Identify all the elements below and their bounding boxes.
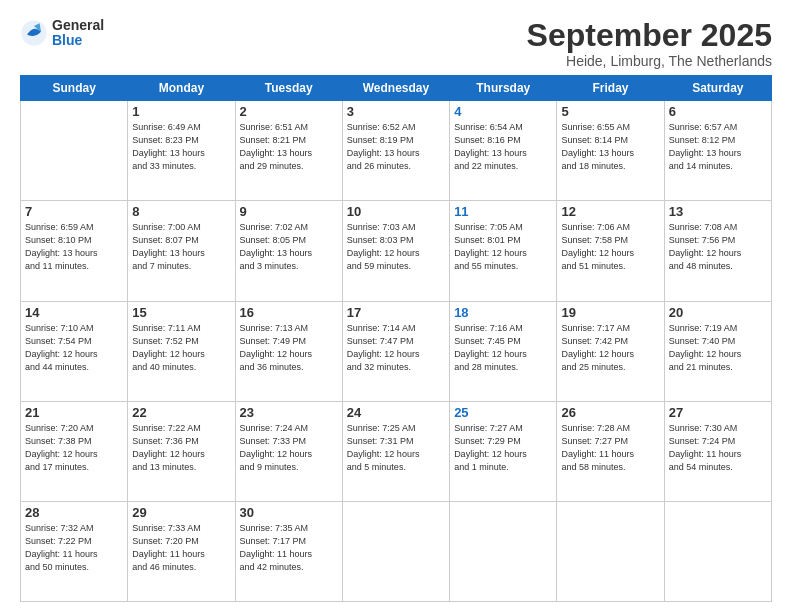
- day-number: 14: [25, 305, 123, 320]
- day-number: 17: [347, 305, 445, 320]
- day-number: 15: [132, 305, 230, 320]
- day-info: Sunrise: 6:51 AM Sunset: 8:21 PM Dayligh…: [240, 121, 338, 173]
- day-info: Sunrise: 7:16 AM Sunset: 7:45 PM Dayligh…: [454, 322, 552, 374]
- calendar-cell: 4Sunrise: 6:54 AM Sunset: 8:16 PM Daylig…: [450, 101, 557, 201]
- day-info: Sunrise: 7:30 AM Sunset: 7:24 PM Dayligh…: [669, 422, 767, 474]
- day-info: Sunrise: 7:24 AM Sunset: 7:33 PM Dayligh…: [240, 422, 338, 474]
- day-info: Sunrise: 7:19 AM Sunset: 7:40 PM Dayligh…: [669, 322, 767, 374]
- logo-text: General Blue: [52, 18, 104, 49]
- day-number: 27: [669, 405, 767, 420]
- calendar-cell: 13Sunrise: 7:08 AM Sunset: 7:56 PM Dayli…: [664, 201, 771, 301]
- day-info: Sunrise: 7:33 AM Sunset: 7:20 PM Dayligh…: [132, 522, 230, 574]
- day-number: 22: [132, 405, 230, 420]
- day-info: Sunrise: 6:59 AM Sunset: 8:10 PM Dayligh…: [25, 221, 123, 273]
- day-number: 1: [132, 104, 230, 119]
- logo-blue-label: Blue: [52, 33, 104, 48]
- calendar-cell: 26Sunrise: 7:28 AM Sunset: 7:27 PM Dayli…: [557, 401, 664, 501]
- calendar-cell: [342, 501, 449, 601]
- day-info: Sunrise: 6:57 AM Sunset: 8:12 PM Dayligh…: [669, 121, 767, 173]
- week-row-1: 1Sunrise: 6:49 AM Sunset: 8:23 PM Daylig…: [21, 101, 772, 201]
- day-number: 23: [240, 405, 338, 420]
- calendar-cell: 21Sunrise: 7:20 AM Sunset: 7:38 PM Dayli…: [21, 401, 128, 501]
- calendar-cell: 28Sunrise: 7:32 AM Sunset: 7:22 PM Dayli…: [21, 501, 128, 601]
- calendar-cell: 5Sunrise: 6:55 AM Sunset: 8:14 PM Daylig…: [557, 101, 664, 201]
- day-number: 8: [132, 204, 230, 219]
- day-number: 6: [669, 104, 767, 119]
- header: General Blue September 2025 Heide, Limbu…: [20, 18, 772, 69]
- day-info: Sunrise: 7:17 AM Sunset: 7:42 PM Dayligh…: [561, 322, 659, 374]
- location: Heide, Limburg, The Netherlands: [527, 53, 772, 69]
- week-row-5: 28Sunrise: 7:32 AM Sunset: 7:22 PM Dayli…: [21, 501, 772, 601]
- month-title: September 2025: [527, 18, 772, 53]
- calendar-cell: 22Sunrise: 7:22 AM Sunset: 7:36 PM Dayli…: [128, 401, 235, 501]
- calendar-cell: 24Sunrise: 7:25 AM Sunset: 7:31 PM Dayli…: [342, 401, 449, 501]
- calendar-table: Sunday Monday Tuesday Wednesday Thursday…: [20, 75, 772, 602]
- calendar-cell: 30Sunrise: 7:35 AM Sunset: 7:17 PM Dayli…: [235, 501, 342, 601]
- day-info: Sunrise: 7:02 AM Sunset: 8:05 PM Dayligh…: [240, 221, 338, 273]
- day-number: 16: [240, 305, 338, 320]
- day-info: Sunrise: 7:05 AM Sunset: 8:01 PM Dayligh…: [454, 221, 552, 273]
- calendar-header-row: Sunday Monday Tuesday Wednesday Thursday…: [21, 76, 772, 101]
- logo: General Blue: [20, 18, 104, 49]
- calendar-cell: 19Sunrise: 7:17 AM Sunset: 7:42 PM Dayli…: [557, 301, 664, 401]
- calendar-cell: 6Sunrise: 6:57 AM Sunset: 8:12 PM Daylig…: [664, 101, 771, 201]
- calendar-cell: [557, 501, 664, 601]
- calendar-cell: 2Sunrise: 6:51 AM Sunset: 8:21 PM Daylig…: [235, 101, 342, 201]
- day-info: Sunrise: 7:22 AM Sunset: 7:36 PM Dayligh…: [132, 422, 230, 474]
- logo-icon: [20, 19, 48, 47]
- calendar-cell: 10Sunrise: 7:03 AM Sunset: 8:03 PM Dayli…: [342, 201, 449, 301]
- day-number: 20: [669, 305, 767, 320]
- calendar-cell: 29Sunrise: 7:33 AM Sunset: 7:20 PM Dayli…: [128, 501, 235, 601]
- calendar-cell: 8Sunrise: 7:00 AM Sunset: 8:07 PM Daylig…: [128, 201, 235, 301]
- week-row-4: 21Sunrise: 7:20 AM Sunset: 7:38 PM Dayli…: [21, 401, 772, 501]
- day-info: Sunrise: 7:32 AM Sunset: 7:22 PM Dayligh…: [25, 522, 123, 574]
- calendar-cell: 11Sunrise: 7:05 AM Sunset: 8:01 PM Dayli…: [450, 201, 557, 301]
- col-monday: Monday: [128, 76, 235, 101]
- calendar-cell: [21, 101, 128, 201]
- day-info: Sunrise: 6:52 AM Sunset: 8:19 PM Dayligh…: [347, 121, 445, 173]
- day-number: 4: [454, 104, 552, 119]
- day-number: 19: [561, 305, 659, 320]
- day-number: 24: [347, 405, 445, 420]
- calendar-cell: 3Sunrise: 6:52 AM Sunset: 8:19 PM Daylig…: [342, 101, 449, 201]
- day-info: Sunrise: 7:25 AM Sunset: 7:31 PM Dayligh…: [347, 422, 445, 474]
- calendar-cell: 12Sunrise: 7:06 AM Sunset: 7:58 PM Dayli…: [557, 201, 664, 301]
- calendar-cell: 14Sunrise: 7:10 AM Sunset: 7:54 PM Dayli…: [21, 301, 128, 401]
- logo-general-label: General: [52, 18, 104, 33]
- day-info: Sunrise: 6:55 AM Sunset: 8:14 PM Dayligh…: [561, 121, 659, 173]
- calendar-cell: 16Sunrise: 7:13 AM Sunset: 7:49 PM Dayli…: [235, 301, 342, 401]
- calendar-cell: [450, 501, 557, 601]
- col-thursday: Thursday: [450, 76, 557, 101]
- day-info: Sunrise: 7:00 AM Sunset: 8:07 PM Dayligh…: [132, 221, 230, 273]
- day-number: 12: [561, 204, 659, 219]
- calendar-cell: 15Sunrise: 7:11 AM Sunset: 7:52 PM Dayli…: [128, 301, 235, 401]
- day-number: 21: [25, 405, 123, 420]
- day-info: Sunrise: 7:03 AM Sunset: 8:03 PM Dayligh…: [347, 221, 445, 273]
- col-friday: Friday: [557, 76, 664, 101]
- day-info: Sunrise: 7:20 AM Sunset: 7:38 PM Dayligh…: [25, 422, 123, 474]
- week-row-2: 7Sunrise: 6:59 AM Sunset: 8:10 PM Daylig…: [21, 201, 772, 301]
- day-info: Sunrise: 7:06 AM Sunset: 7:58 PM Dayligh…: [561, 221, 659, 273]
- day-number: 13: [669, 204, 767, 219]
- calendar-cell: 27Sunrise: 7:30 AM Sunset: 7:24 PM Dayli…: [664, 401, 771, 501]
- calendar-cell: 25Sunrise: 7:27 AM Sunset: 7:29 PM Dayli…: [450, 401, 557, 501]
- col-tuesday: Tuesday: [235, 76, 342, 101]
- col-saturday: Saturday: [664, 76, 771, 101]
- day-info: Sunrise: 7:10 AM Sunset: 7:54 PM Dayligh…: [25, 322, 123, 374]
- calendar-cell: 20Sunrise: 7:19 AM Sunset: 7:40 PM Dayli…: [664, 301, 771, 401]
- day-info: Sunrise: 7:11 AM Sunset: 7:52 PM Dayligh…: [132, 322, 230, 374]
- day-number: 18: [454, 305, 552, 320]
- day-number: 3: [347, 104, 445, 119]
- day-info: Sunrise: 7:14 AM Sunset: 7:47 PM Dayligh…: [347, 322, 445, 374]
- calendar-cell: 17Sunrise: 7:14 AM Sunset: 7:47 PM Dayli…: [342, 301, 449, 401]
- day-info: Sunrise: 7:35 AM Sunset: 7:17 PM Dayligh…: [240, 522, 338, 574]
- day-number: 29: [132, 505, 230, 520]
- day-info: Sunrise: 6:49 AM Sunset: 8:23 PM Dayligh…: [132, 121, 230, 173]
- col-wednesday: Wednesday: [342, 76, 449, 101]
- day-number: 10: [347, 204, 445, 219]
- day-number: 11: [454, 204, 552, 219]
- page: General Blue September 2025 Heide, Limbu…: [0, 0, 792, 612]
- day-info: Sunrise: 7:27 AM Sunset: 7:29 PM Dayligh…: [454, 422, 552, 474]
- title-block: September 2025 Heide, Limburg, The Nethe…: [527, 18, 772, 69]
- calendar-cell: 18Sunrise: 7:16 AM Sunset: 7:45 PM Dayli…: [450, 301, 557, 401]
